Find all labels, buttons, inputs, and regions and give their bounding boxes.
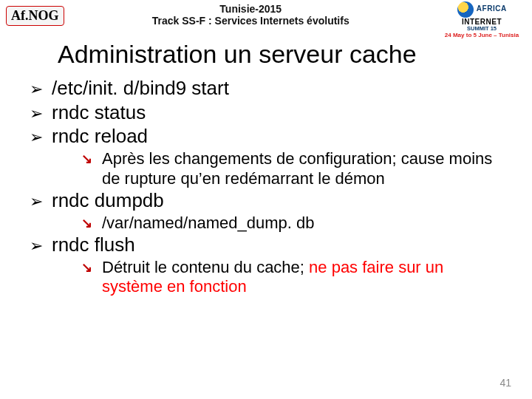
ais-dates: 24 May to 5 June – Tunisia bbox=[437, 33, 526, 39]
slide-title: Administration un serveur cache bbox=[0, 40, 532, 73]
arrow-right-icon: ➢ bbox=[30, 233, 52, 256]
ais-brand-left: AFRICA bbox=[477, 4, 506, 13]
arrow-right-icon: ➢ bbox=[30, 189, 52, 212]
list-item-text: rndc dumpdb bbox=[52, 189, 164, 213]
arrow-down-right-icon: ↘ bbox=[81, 149, 102, 168]
list-item-text: rndc flush bbox=[52, 233, 135, 257]
ais-logo: AFRICA INTERNET SUMMIT 15 24 May to 5 Ju… bbox=[437, 1, 526, 38]
sublist-item-text: Détruit le contenu du cache; ne pas fair… bbox=[102, 258, 504, 297]
header-titles: Tunisie-2015 Track SS-F : Services Inter… bbox=[64, 1, 438, 27]
globe-icon bbox=[457, 1, 474, 18]
afnog-logo: Af.NOG bbox=[6, 6, 64, 26]
list-item: ➢ /etc/init. d/bind9 start bbox=[30, 77, 511, 100]
list-item: ➢ rndc dumpdb bbox=[30, 189, 511, 213]
header-year: Tunisie-2015 bbox=[64, 3, 438, 15]
ais-logo-row: AFRICA INTERNET bbox=[437, 1, 526, 26]
arrow-right-icon: ➢ bbox=[30, 125, 52, 148]
header-track: Track SS-F : Services Internets évolutif… bbox=[64, 15, 438, 27]
arrow-down-right-icon: ↘ bbox=[81, 258, 102, 276]
page-number: 41 bbox=[499, 377, 511, 389]
arrow-right-icon: ➢ bbox=[30, 101, 52, 124]
sublist-text-plain: Détruit le contenu du cache; bbox=[102, 258, 309, 276]
arrow-right-icon: ➢ bbox=[30, 77, 52, 100]
slide-header: Af.NOG Tunisie-2015 Track SS-F : Service… bbox=[0, 0, 532, 40]
list-item-text: /etc/init. d/bind9 start bbox=[52, 77, 229, 100]
slide-body: ➢ /etc/init. d/bind9 start ➢ rndc status… bbox=[0, 73, 532, 297]
afnog-logo-text: Af.NOG bbox=[11, 8, 59, 23]
sublist-item: ↘ Détruit le contenu du cache; ne pas fa… bbox=[81, 258, 511, 297]
sublist-item-text: /var/named/named_dump. db bbox=[102, 214, 314, 233]
arrow-down-right-icon: ↘ bbox=[81, 214, 102, 232]
sublist-item-text: Après les changements de configuration; … bbox=[102, 149, 504, 188]
list-item: ➢ rndc reload bbox=[30, 125, 511, 149]
list-item-text: rndc status bbox=[52, 101, 146, 125]
list-item-text: rndc reload bbox=[52, 125, 148, 149]
list-item: ➢ rndc status bbox=[30, 101, 511, 125]
list-item: ➢ rndc flush bbox=[30, 233, 511, 257]
sublist-item: ↘ /var/named/named_dump. db bbox=[81, 214, 511, 233]
sublist-item: ↘ Après les changements de configuration… bbox=[81, 149, 511, 188]
